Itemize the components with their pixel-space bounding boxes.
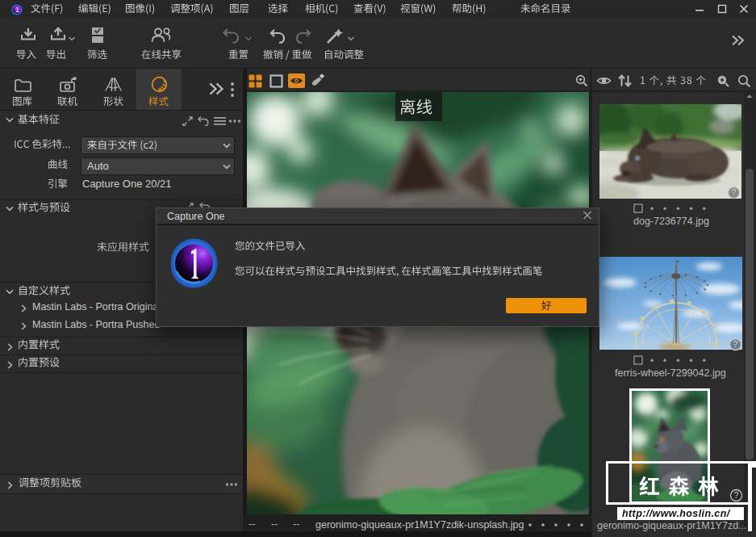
svg-text:?: ? <box>732 187 737 197</box>
svg-text:1: 1 <box>15 6 19 14</box>
svg-text:?: ? <box>733 339 738 349</box>
